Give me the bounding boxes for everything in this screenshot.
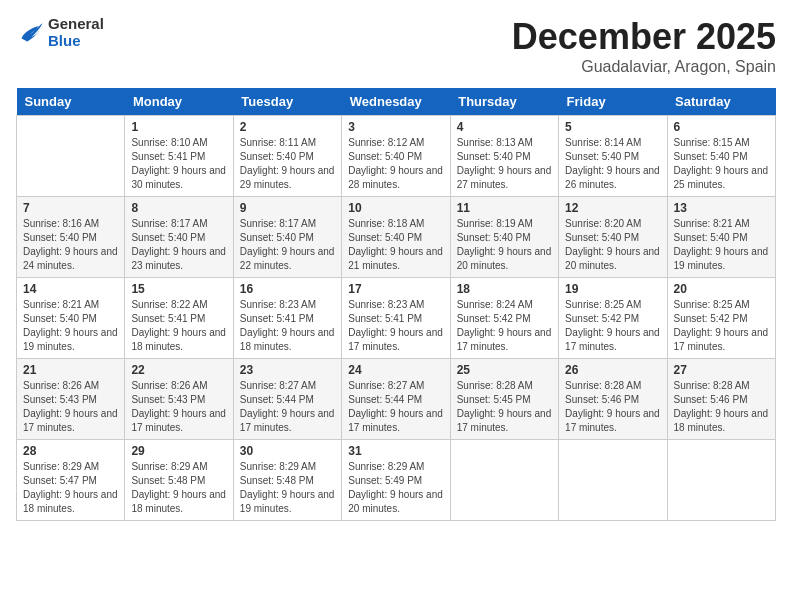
cell-info: Sunrise: 8:14 AMSunset: 5:40 PMDaylight:… xyxy=(565,136,660,192)
calendar-table: Sunday Monday Tuesday Wednesday Thursday… xyxy=(16,88,776,521)
day-number: 28 xyxy=(23,444,118,458)
header-monday: Monday xyxy=(125,88,233,116)
header-friday: Friday xyxy=(559,88,667,116)
day-number: 21 xyxy=(23,363,118,377)
calendar-cell: 30 Sunrise: 8:29 AMSunset: 5:48 PMDaylig… xyxy=(233,440,341,521)
cell-info: Sunrise: 8:25 AMSunset: 5:42 PMDaylight:… xyxy=(674,298,769,354)
cell-info: Sunrise: 8:17 AMSunset: 5:40 PMDaylight:… xyxy=(131,217,226,273)
calendar-cell: 24 Sunrise: 8:27 AMSunset: 5:44 PMDaylig… xyxy=(342,359,450,440)
calendar-cell: 29 Sunrise: 8:29 AMSunset: 5:48 PMDaylig… xyxy=(125,440,233,521)
calendar-cell: 13 Sunrise: 8:21 AMSunset: 5:40 PMDaylig… xyxy=(667,197,775,278)
day-number: 20 xyxy=(674,282,769,296)
cell-info: Sunrise: 8:26 AMSunset: 5:43 PMDaylight:… xyxy=(23,379,118,435)
title-area: December 2025 Guadalaviar, Aragon, Spain xyxy=(512,16,776,76)
day-number: 11 xyxy=(457,201,552,215)
calendar-cell: 4 Sunrise: 8:13 AMSunset: 5:40 PMDayligh… xyxy=(450,116,558,197)
day-number: 1 xyxy=(131,120,226,134)
cell-info: Sunrise: 8:27 AMSunset: 5:44 PMDaylight:… xyxy=(240,379,335,435)
calendar-cell: 20 Sunrise: 8:25 AMSunset: 5:42 PMDaylig… xyxy=(667,278,775,359)
cell-info: Sunrise: 8:26 AMSunset: 5:43 PMDaylight:… xyxy=(131,379,226,435)
day-number: 8 xyxy=(131,201,226,215)
cell-info: Sunrise: 8:21 AMSunset: 5:40 PMDaylight:… xyxy=(674,217,769,273)
calendar-cell: 12 Sunrise: 8:20 AMSunset: 5:40 PMDaylig… xyxy=(559,197,667,278)
cell-info: Sunrise: 8:12 AMSunset: 5:40 PMDaylight:… xyxy=(348,136,443,192)
day-number: 9 xyxy=(240,201,335,215)
cell-info: Sunrise: 8:20 AMSunset: 5:40 PMDaylight:… xyxy=(565,217,660,273)
logo: General Blue xyxy=(16,16,104,49)
day-number: 5 xyxy=(565,120,660,134)
cell-info: Sunrise: 8:18 AMSunset: 5:40 PMDaylight:… xyxy=(348,217,443,273)
calendar-cell: 17 Sunrise: 8:23 AMSunset: 5:41 PMDaylig… xyxy=(342,278,450,359)
cell-info: Sunrise: 8:29 AMSunset: 5:47 PMDaylight:… xyxy=(23,460,118,516)
calendar-cell: 31 Sunrise: 8:29 AMSunset: 5:49 PMDaylig… xyxy=(342,440,450,521)
calendar-cell: 27 Sunrise: 8:28 AMSunset: 5:46 PMDaylig… xyxy=(667,359,775,440)
day-number: 19 xyxy=(565,282,660,296)
calendar-cell: 15 Sunrise: 8:22 AMSunset: 5:41 PMDaylig… xyxy=(125,278,233,359)
cell-info: Sunrise: 8:16 AMSunset: 5:40 PMDaylight:… xyxy=(23,217,118,273)
cell-info: Sunrise: 8:28 AMSunset: 5:46 PMDaylight:… xyxy=(565,379,660,435)
day-number: 2 xyxy=(240,120,335,134)
calendar-cell: 1 Sunrise: 8:10 AMSunset: 5:41 PMDayligh… xyxy=(125,116,233,197)
calendar-cell: 18 Sunrise: 8:24 AMSunset: 5:42 PMDaylig… xyxy=(450,278,558,359)
calendar-week-3: 14 Sunrise: 8:21 AMSunset: 5:40 PMDaylig… xyxy=(17,278,776,359)
day-number: 4 xyxy=(457,120,552,134)
cell-info: Sunrise: 8:22 AMSunset: 5:41 PMDaylight:… xyxy=(131,298,226,354)
cell-info: Sunrise: 8:23 AMSunset: 5:41 PMDaylight:… xyxy=(348,298,443,354)
weekday-header-row: Sunday Monday Tuesday Wednesday Thursday… xyxy=(17,88,776,116)
header-thursday: Thursday xyxy=(450,88,558,116)
cell-info: Sunrise: 8:25 AMSunset: 5:42 PMDaylight:… xyxy=(565,298,660,354)
calendar-cell: 3 Sunrise: 8:12 AMSunset: 5:40 PMDayligh… xyxy=(342,116,450,197)
day-number: 22 xyxy=(131,363,226,377)
calendar-cell: 5 Sunrise: 8:14 AMSunset: 5:40 PMDayligh… xyxy=(559,116,667,197)
day-number: 13 xyxy=(674,201,769,215)
calendar-week-5: 28 Sunrise: 8:29 AMSunset: 5:47 PMDaylig… xyxy=(17,440,776,521)
calendar-cell: 9 Sunrise: 8:17 AMSunset: 5:40 PMDayligh… xyxy=(233,197,341,278)
calendar-cell: 10 Sunrise: 8:18 AMSunset: 5:40 PMDaylig… xyxy=(342,197,450,278)
calendar-cell: 8 Sunrise: 8:17 AMSunset: 5:40 PMDayligh… xyxy=(125,197,233,278)
calendar-cell: 25 Sunrise: 8:28 AMSunset: 5:45 PMDaylig… xyxy=(450,359,558,440)
cell-info: Sunrise: 8:11 AMSunset: 5:40 PMDaylight:… xyxy=(240,136,335,192)
cell-info: Sunrise: 8:15 AMSunset: 5:40 PMDaylight:… xyxy=(674,136,769,192)
calendar-cell xyxy=(667,440,775,521)
calendar-cell: 21 Sunrise: 8:26 AMSunset: 5:43 PMDaylig… xyxy=(17,359,125,440)
day-number: 26 xyxy=(565,363,660,377)
cell-info: Sunrise: 8:13 AMSunset: 5:40 PMDaylight:… xyxy=(457,136,552,192)
day-number: 14 xyxy=(23,282,118,296)
cell-info: Sunrise: 8:24 AMSunset: 5:42 PMDaylight:… xyxy=(457,298,552,354)
cell-info: Sunrise: 8:27 AMSunset: 5:44 PMDaylight:… xyxy=(348,379,443,435)
cell-info: Sunrise: 8:19 AMSunset: 5:40 PMDaylight:… xyxy=(457,217,552,273)
day-number: 27 xyxy=(674,363,769,377)
calendar-cell: 28 Sunrise: 8:29 AMSunset: 5:47 PMDaylig… xyxy=(17,440,125,521)
calendar-week-2: 7 Sunrise: 8:16 AMSunset: 5:40 PMDayligh… xyxy=(17,197,776,278)
calendar-cell: 7 Sunrise: 8:16 AMSunset: 5:40 PMDayligh… xyxy=(17,197,125,278)
day-number: 24 xyxy=(348,363,443,377)
cell-info: Sunrise: 8:21 AMSunset: 5:40 PMDaylight:… xyxy=(23,298,118,354)
day-number: 6 xyxy=(674,120,769,134)
day-number: 15 xyxy=(131,282,226,296)
page-header: General Blue December 2025 Guadalaviar, … xyxy=(16,16,776,76)
calendar-cell: 19 Sunrise: 8:25 AMSunset: 5:42 PMDaylig… xyxy=(559,278,667,359)
calendar-cell: 23 Sunrise: 8:27 AMSunset: 5:44 PMDaylig… xyxy=(233,359,341,440)
day-number: 23 xyxy=(240,363,335,377)
calendar-cell xyxy=(17,116,125,197)
cell-info: Sunrise: 8:29 AMSunset: 5:49 PMDaylight:… xyxy=(348,460,443,516)
calendar-week-4: 21 Sunrise: 8:26 AMSunset: 5:43 PMDaylig… xyxy=(17,359,776,440)
cell-info: Sunrise: 8:10 AMSunset: 5:41 PMDaylight:… xyxy=(131,136,226,192)
cell-info: Sunrise: 8:28 AMSunset: 5:45 PMDaylight:… xyxy=(457,379,552,435)
calendar-week-1: 1 Sunrise: 8:10 AMSunset: 5:41 PMDayligh… xyxy=(17,116,776,197)
day-number: 3 xyxy=(348,120,443,134)
calendar-cell: 26 Sunrise: 8:28 AMSunset: 5:46 PMDaylig… xyxy=(559,359,667,440)
day-number: 17 xyxy=(348,282,443,296)
day-number: 7 xyxy=(23,201,118,215)
cell-info: Sunrise: 8:29 AMSunset: 5:48 PMDaylight:… xyxy=(131,460,226,516)
calendar-cell xyxy=(450,440,558,521)
day-number: 31 xyxy=(348,444,443,458)
month-title: December 2025 xyxy=(512,16,776,58)
calendar-cell xyxy=(559,440,667,521)
day-number: 29 xyxy=(131,444,226,458)
logo-bird-icon xyxy=(16,19,44,47)
header-saturday: Saturday xyxy=(667,88,775,116)
header-wednesday: Wednesday xyxy=(342,88,450,116)
cell-info: Sunrise: 8:23 AMSunset: 5:41 PMDaylight:… xyxy=(240,298,335,354)
day-number: 16 xyxy=(240,282,335,296)
